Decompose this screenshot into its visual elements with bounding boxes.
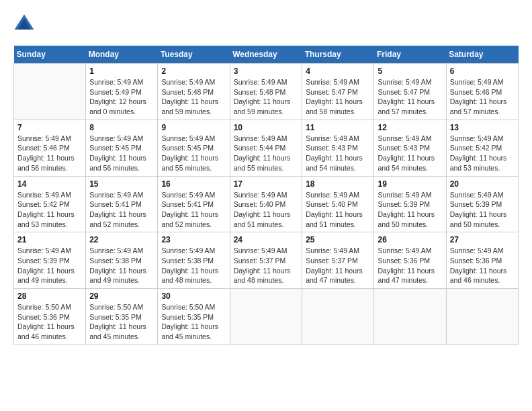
day-number: 30 xyxy=(161,291,226,301)
day-number: 7 xyxy=(17,123,82,132)
day-info: Sunrise: 5:49 AMSunset: 5:45 PMDaylight:… xyxy=(161,134,226,173)
calendar-header-monday: Monday xyxy=(86,46,158,64)
day-number: 16 xyxy=(161,179,226,189)
calendar-cell xyxy=(14,64,86,120)
day-info: Sunrise: 5:49 AMSunset: 5:37 PMDaylight:… xyxy=(234,246,299,285)
day-number: 1 xyxy=(89,66,154,76)
day-info: Sunrise: 5:49 AMSunset: 5:36 PMDaylight:… xyxy=(378,246,442,285)
calendar-cell: 24Sunrise: 5:49 AMSunset: 5:37 PMDayligh… xyxy=(230,232,302,289)
day-number: 15 xyxy=(89,179,154,189)
calendar-header-wednesday: Wednesday xyxy=(230,46,302,64)
day-info: Sunrise: 5:49 AMSunset: 5:48 PMDaylight:… xyxy=(234,77,299,117)
day-number: 27 xyxy=(450,235,515,244)
calendar-cell xyxy=(230,289,302,345)
day-info: Sunrise: 5:49 AMSunset: 5:36 PMDaylight:… xyxy=(450,246,515,285)
day-info: Sunrise: 5:50 AMSunset: 5:35 PMDaylight:… xyxy=(89,302,154,342)
calendar-cell: 4Sunrise: 5:49 AMSunset: 5:47 PMDaylight… xyxy=(302,64,374,120)
day-number: 18 xyxy=(306,179,370,189)
day-number: 2 xyxy=(161,66,226,76)
logo-icon xyxy=(13,13,35,35)
calendar-cell: 19Sunrise: 5:49 AMSunset: 5:39 PMDayligh… xyxy=(374,176,446,232)
day-info: Sunrise: 5:49 AMSunset: 5:43 PMDaylight:… xyxy=(306,134,370,173)
calendar-week-row: 28Sunrise: 5:50 AMSunset: 5:36 PMDayligh… xyxy=(14,289,519,345)
calendar-cell: 23Sunrise: 5:49 AMSunset: 5:38 PMDayligh… xyxy=(158,232,230,289)
calendar-cell xyxy=(374,289,446,345)
calendar-week-row: 21Sunrise: 5:49 AMSunset: 5:39 PMDayligh… xyxy=(14,232,519,289)
calendar-cell: 8Sunrise: 5:49 AMSunset: 5:45 PMDaylight… xyxy=(86,120,158,176)
day-number: 21 xyxy=(17,235,82,244)
day-info: Sunrise: 5:49 AMSunset: 5:48 PMDaylight:… xyxy=(161,77,226,117)
calendar-header-row: SundayMondayTuesdayWednesdayThursdayFrid… xyxy=(14,46,519,64)
calendar-cell: 27Sunrise: 5:49 AMSunset: 5:36 PMDayligh… xyxy=(446,232,518,289)
calendar-table: SundayMondayTuesdayWednesdayThursdayFrid… xyxy=(13,46,519,345)
day-info: Sunrise: 5:49 AMSunset: 5:49 PMDaylight:… xyxy=(89,77,154,117)
calendar-cell: 7Sunrise: 5:49 AMSunset: 5:46 PMDaylight… xyxy=(14,120,86,176)
day-number: 4 xyxy=(306,66,370,76)
calendar-header-thursday: Thursday xyxy=(302,46,374,64)
day-info: Sunrise: 5:49 AMSunset: 5:40 PMDaylight:… xyxy=(234,190,299,230)
day-info: Sunrise: 5:50 AMSunset: 5:35 PMDaylight:… xyxy=(161,302,226,342)
day-number: 14 xyxy=(17,179,82,189)
day-info: Sunrise: 5:50 AMSunset: 5:36 PMDaylight:… xyxy=(17,302,82,342)
day-number: 3 xyxy=(234,66,299,76)
day-info: Sunrise: 5:49 AMSunset: 5:47 PMDaylight:… xyxy=(306,77,370,117)
calendar-cell: 11Sunrise: 5:49 AMSunset: 5:43 PMDayligh… xyxy=(302,120,374,176)
day-info: Sunrise: 5:49 AMSunset: 5:38 PMDaylight:… xyxy=(89,246,154,285)
calendar-header-friday: Friday xyxy=(374,46,446,64)
day-number: 9 xyxy=(161,123,226,132)
day-number: 24 xyxy=(234,235,299,244)
day-number: 22 xyxy=(89,235,154,244)
calendar-cell: 10Sunrise: 5:49 AMSunset: 5:44 PMDayligh… xyxy=(230,120,302,176)
calendar-cell: 26Sunrise: 5:49 AMSunset: 5:36 PMDayligh… xyxy=(374,232,446,289)
day-info: Sunrise: 5:49 AMSunset: 5:39 PMDaylight:… xyxy=(450,190,515,230)
calendar-cell: 2Sunrise: 5:49 AMSunset: 5:48 PMDaylight… xyxy=(158,64,230,120)
calendar-cell xyxy=(446,289,518,345)
day-info: Sunrise: 5:49 AMSunset: 5:41 PMDaylight:… xyxy=(161,190,226,230)
day-number: 5 xyxy=(378,66,442,76)
calendar-week-row: 14Sunrise: 5:49 AMSunset: 5:42 PMDayligh… xyxy=(14,176,519,232)
calendar-cell: 16Sunrise: 5:49 AMSunset: 5:41 PMDayligh… xyxy=(158,176,230,232)
day-info: Sunrise: 5:49 AMSunset: 5:39 PMDaylight:… xyxy=(17,246,82,285)
calendar-header-sunday: Sunday xyxy=(14,46,86,64)
day-number: 12 xyxy=(378,123,442,132)
calendar-week-row: 1Sunrise: 5:49 AMSunset: 5:49 PMDaylight… xyxy=(14,64,519,120)
day-info: Sunrise: 5:49 AMSunset: 5:37 PMDaylight:… xyxy=(306,246,370,285)
day-number: 29 xyxy=(89,291,154,301)
calendar-cell: 12Sunrise: 5:49 AMSunset: 5:43 PMDayligh… xyxy=(374,120,446,176)
calendar-cell: 30Sunrise: 5:50 AMSunset: 5:35 PMDayligh… xyxy=(158,289,230,345)
page-header xyxy=(13,13,519,35)
calendar-header-saturday: Saturday xyxy=(446,46,518,64)
day-info: Sunrise: 5:49 AMSunset: 5:41 PMDaylight:… xyxy=(89,190,154,230)
calendar-header-tuesday: Tuesday xyxy=(158,46,230,64)
day-info: Sunrise: 5:49 AMSunset: 5:40 PMDaylight:… xyxy=(306,190,370,230)
calendar-cell: 9Sunrise: 5:49 AMSunset: 5:45 PMDaylight… xyxy=(158,120,230,176)
day-info: Sunrise: 5:49 AMSunset: 5:39 PMDaylight:… xyxy=(378,190,442,230)
day-number: 25 xyxy=(306,235,370,244)
calendar-cell: 14Sunrise: 5:49 AMSunset: 5:42 PMDayligh… xyxy=(14,176,86,232)
calendar-cell: 28Sunrise: 5:50 AMSunset: 5:36 PMDayligh… xyxy=(14,289,86,345)
day-number: 17 xyxy=(234,179,299,189)
calendar-cell: 1Sunrise: 5:49 AMSunset: 5:49 PMDaylight… xyxy=(86,64,158,120)
calendar-week-row: 7Sunrise: 5:49 AMSunset: 5:46 PMDaylight… xyxy=(14,120,519,176)
calendar-cell: 5Sunrise: 5:49 AMSunset: 5:47 PMDaylight… xyxy=(374,64,446,120)
day-info: Sunrise: 5:49 AMSunset: 5:46 PMDaylight:… xyxy=(17,134,82,173)
calendar-cell: 18Sunrise: 5:49 AMSunset: 5:40 PMDayligh… xyxy=(302,176,374,232)
day-number: 23 xyxy=(161,235,226,244)
day-number: 6 xyxy=(450,66,515,76)
day-number: 28 xyxy=(17,291,82,301)
calendar-cell: 21Sunrise: 5:49 AMSunset: 5:39 PMDayligh… xyxy=(14,232,86,289)
day-number: 8 xyxy=(89,123,154,132)
day-info: Sunrise: 5:49 AMSunset: 5:38 PMDaylight:… xyxy=(161,246,226,285)
day-number: 10 xyxy=(234,123,299,132)
day-info: Sunrise: 5:49 AMSunset: 5:45 PMDaylight:… xyxy=(89,134,154,173)
day-info: Sunrise: 5:49 AMSunset: 5:43 PMDaylight:… xyxy=(378,134,442,173)
calendar-cell: 25Sunrise: 5:49 AMSunset: 5:37 PMDayligh… xyxy=(302,232,374,289)
calendar-cell: 6Sunrise: 5:49 AMSunset: 5:46 PMDaylight… xyxy=(446,64,518,120)
calendar-cell: 17Sunrise: 5:49 AMSunset: 5:40 PMDayligh… xyxy=(230,176,302,232)
day-number: 19 xyxy=(378,179,442,189)
logo xyxy=(13,13,38,35)
calendar-cell: 20Sunrise: 5:49 AMSunset: 5:39 PMDayligh… xyxy=(446,176,518,232)
calendar-cell: 3Sunrise: 5:49 AMSunset: 5:48 PMDaylight… xyxy=(230,64,302,120)
day-info: Sunrise: 5:49 AMSunset: 5:47 PMDaylight:… xyxy=(378,77,442,117)
day-number: 13 xyxy=(450,123,515,132)
